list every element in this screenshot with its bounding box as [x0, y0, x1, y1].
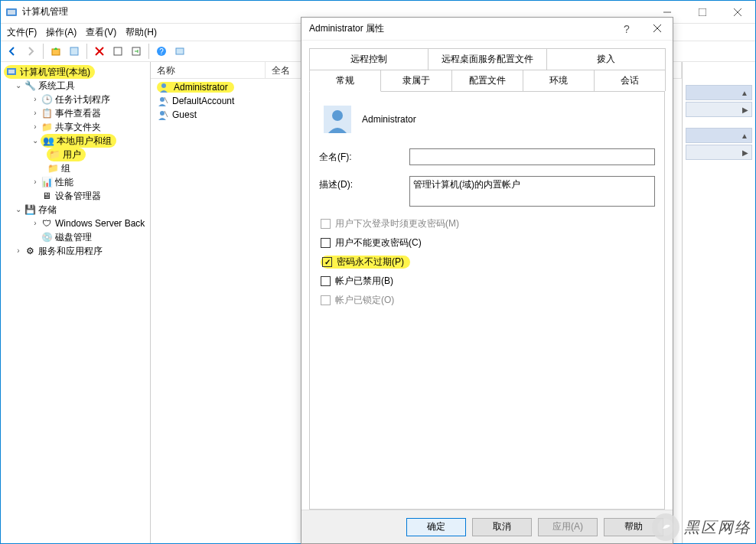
tab-body-general: Administrator 全名(F): 描述(D): 用户下次登录时须更改密码…	[309, 92, 665, 510]
user-icon	[157, 96, 169, 106]
menu-action[interactable]: 操作(A)	[46, 26, 77, 39]
tree-pane: 计算机管理(本地) ⌄🔧系统工具 ›🕒任务计划程序 ›📋事件查看器 ›📁共享文件…	[1, 62, 151, 543]
maximize-button[interactable]	[685, 2, 720, 23]
dialog-close-button[interactable]	[642, 24, 673, 34]
folder-icon: 📁	[48, 148, 60, 161]
tree-groups[interactable]: 📁组	[1, 161, 150, 175]
disk-icon: 💿	[41, 231, 53, 243]
close-button[interactable]	[720, 2, 755, 23]
tree-storage[interactable]: ⌄💾存储	[1, 203, 150, 217]
tree-local-users-groups[interactable]: ⌄ 👥本地用户和组	[1, 134, 150, 148]
acc-row-4[interactable]: ▶	[686, 145, 752, 160]
folder-icon: 📁	[47, 162, 59, 174]
chk-account-disabled[interactable]: 帐户已禁用(B)	[321, 275, 655, 288]
tree-wsb[interactable]: ›🛡Windows Server Back	[1, 217, 150, 230]
triangle-right-icon: ▶	[742, 148, 748, 157]
user-icon	[157, 109, 169, 120]
svg-rect-3	[699, 8, 706, 16]
actions-pane: ▲ ▶ ▲ ▶	[683, 62, 755, 543]
app-icon	[5, 6, 18, 18]
backup-icon: 🛡	[41, 217, 53, 230]
apply-button[interactable]: 应用(A)	[538, 518, 598, 536]
tree-performance[interactable]: ›📊性能	[1, 175, 150, 189]
tools-icon: 🔧	[24, 80, 36, 92]
svg-point-17	[161, 83, 166, 88]
checkbox-icon	[321, 276, 331, 286]
tree-root[interactable]: 计算机管理(本地)	[1, 65, 150, 79]
perf-icon: 📊	[41, 176, 53, 188]
tab-remote-control[interactable]: 远程控制	[309, 48, 429, 70]
svg-rect-1	[8, 10, 15, 15]
checkbox-icon	[321, 295, 331, 305]
tree-services-apps[interactable]: ›⚙服务和应用程序	[1, 244, 150, 258]
export-button[interactable]	[128, 43, 145, 60]
svg-rect-7	[70, 47, 78, 55]
checkbox-icon	[322, 257, 332, 267]
refresh-button[interactable]	[109, 43, 126, 60]
tree-users[interactable]: 📁用户	[1, 148, 150, 161]
svg-rect-10	[114, 47, 122, 55]
event-icon: 📋	[41, 107, 53, 119]
tab-rds-profile[interactable]: 远程桌面服务配置文件	[428, 48, 547, 70]
acc-row-1[interactable]: ▲	[686, 85, 752, 100]
ok-button[interactable]: 确定	[406, 518, 466, 536]
menu-file[interactable]: 文件(F)	[7, 26, 37, 39]
dialog-buttons: 确定 取消 应用(A) 帮助	[301, 510, 673, 543]
nav-back-button[interactable]	[4, 43, 21, 60]
users-icon: 👥	[42, 135, 54, 147]
fullname-input[interactable]	[409, 148, 655, 165]
tree-task-scheduler[interactable]: ›🕒任务计划程序	[1, 93, 150, 106]
device-icon: 🖥	[41, 190, 53, 202]
svg-rect-16	[8, 70, 15, 73]
dialog-help-button[interactable]: ?	[611, 23, 642, 35]
share-icon: 📁	[41, 121, 53, 133]
up-button[interactable]	[47, 43, 64, 60]
tree-shared-folders[interactable]: ›📁共享文件夹	[1, 120, 150, 134]
acc-row-2[interactable]: ▶	[686, 102, 752, 117]
delete-button[interactable]	[91, 43, 108, 60]
tree-event-viewer[interactable]: ›📋事件查看器	[1, 106, 150, 120]
description-input[interactable]	[409, 176, 655, 207]
dialog-title: Administrator 属性	[309, 22, 611, 35]
menu-view[interactable]: 查看(V)	[86, 26, 116, 39]
chk-account-locked: 帐户已锁定(O)	[321, 294, 655, 307]
chk-never-expire[interactable]: 密码永不过期(P)	[321, 256, 655, 269]
user-icon	[158, 82, 171, 93]
chk-must-change: 用户下次登录时须更改密码(M)	[321, 217, 655, 230]
tab-general[interactable]: 常规	[309, 70, 381, 92]
triangle-up-icon: ▲	[741, 89, 748, 97]
acc-row-3[interactable]: ▲	[686, 128, 752, 143]
username-label: Administrator	[362, 114, 416, 125]
user-avatar-icon	[324, 106, 351, 133]
storage-icon: 💾	[24, 204, 36, 216]
tab-dialin[interactable]: 拨入	[546, 48, 666, 70]
tab-sessions[interactable]: 会话	[594, 70, 666, 91]
tree-disk-management[interactable]: 💿磁盘管理	[1, 230, 150, 244]
tree-system-tools[interactable]: ⌄🔧系统工具	[1, 79, 150, 93]
chk-cannot-change[interactable]: 用户不能更改密码(C)	[321, 236, 655, 249]
fullname-label: 全名(F):	[319, 148, 409, 164]
svg-rect-6	[52, 49, 60, 55]
nav-forward-button[interactable]	[22, 43, 39, 60]
cancel-button[interactable]: 取消	[472, 518, 532, 536]
svg-point-18	[160, 97, 165, 102]
computer-icon	[5, 66, 18, 78]
extra-button[interactable]	[171, 43, 188, 60]
menu-help[interactable]: 帮助(H)	[125, 26, 157, 39]
svg-point-23	[332, 110, 343, 121]
watermark-icon	[652, 513, 679, 541]
help-button[interactable]: ?	[153, 43, 170, 60]
dialog-titlebar: Administrator 属性 ?	[301, 18, 673, 41]
checkbox-icon	[321, 219, 331, 229]
checkbox-icon	[321, 238, 331, 248]
properties-dialog: Administrator 属性 ? 远程控制 远程桌面服务配置文件 拨入 常规…	[301, 17, 673, 544]
triangle-right-icon: ▶	[742, 106, 748, 114]
tab-environment[interactable]: 环境	[523, 70, 595, 91]
clock-icon: 🕒	[41, 93, 53, 106]
col-name[interactable]: 名称	[151, 62, 266, 78]
tab-memberof[interactable]: 隶属于	[380, 70, 452, 91]
tree-device-manager[interactable]: 🖥设备管理器	[1, 189, 150, 203]
tab-profile[interactable]: 配置文件	[451, 70, 523, 91]
svg-text:?: ?	[159, 47, 164, 56]
properties-button[interactable]	[66, 43, 83, 60]
